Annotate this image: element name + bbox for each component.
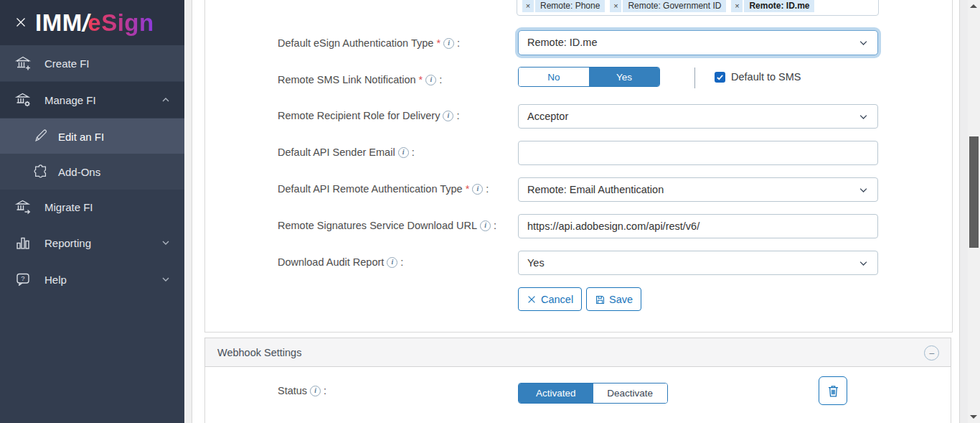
sidebar-item-label: Create FI: [44, 57, 90, 70]
field-label-default-api-sender-email: Default API Sender Emaili:: [278, 145, 415, 159]
bank-gear-icon: [14, 91, 32, 108]
sidebar-item-label: Migrate FI: [44, 201, 93, 213]
default-api-sender-email-field[interactable]: [519, 141, 877, 164]
remote-signatures-download-url-field[interactable]: [519, 215, 877, 238]
chip-remove-icon[interactable]: ×: [610, 0, 621, 12]
delete-webhook-button[interactable]: [819, 376, 847, 405]
default-to-sms-label: Default to SMS: [731, 71, 801, 83]
download-audit-report-select[interactable]: Yes: [518, 251, 878, 275]
info-icon[interactable]: i: [443, 111, 453, 121]
trash-icon: [826, 384, 841, 399]
sidebar-item-migrate-fi[interactable]: Migrate FI: [0, 189, 184, 225]
field-label-default-esign-auth-type: Default eSign Authentication Type*i:: [278, 36, 460, 50]
chip-label: Remote: ID.me: [744, 0, 814, 12]
select-value: Remote: Email Authentication: [527, 178, 664, 201]
remote-sms-no-button[interactable]: No: [519, 68, 589, 86]
save-button[interactable]: Save: [586, 287, 641, 311]
label-text: Status: [278, 385, 307, 396]
remote-sms-yes-button[interactable]: Yes: [589, 68, 659, 86]
label-colon: :: [486, 183, 489, 195]
required-asterisk: *: [419, 74, 423, 85]
chip-remove-icon[interactable]: ×: [731, 0, 743, 12]
chevron-down-icon: [858, 111, 869, 122]
bar-chart-icon: [14, 234, 32, 251]
sidebar-close-icon[interactable]: [12, 14, 29, 31]
help-bubble-icon: ?: [14, 271, 32, 288]
remote-recipient-role-select[interactable]: Acceptor: [518, 104, 878, 129]
chevron-up-icon: [160, 94, 171, 106]
label-colon: :: [412, 147, 415, 158]
app-window: IMM/eSign Create FI Manage FI Edit an FI: [0, 0, 980, 423]
select-value: Yes: [527, 251, 545, 274]
sidebar-item-edit-an-fi[interactable]: Edit an FI: [0, 118, 184, 154]
info-icon[interactable]: i: [472, 184, 483, 195]
label-colon: :: [400, 256, 403, 268]
bank-arrow-icon: [14, 198, 32, 215]
label-colon: :: [324, 385, 326, 396]
required-asterisk: *: [436, 37, 440, 49]
field-label-download-audit-report: Download Audit Reporti:: [278, 255, 403, 269]
chevron-down-icon: [858, 185, 869, 195]
sidebar-header: IMM/eSign: [0, 0, 184, 45]
scrollbar-thumb[interactable]: [969, 136, 979, 248]
info-icon[interactable]: i: [398, 147, 409, 158]
sidebar-item-create-fi[interactable]: Create FI: [0, 45, 184, 81]
sidebar-item-manage-fi[interactable]: Manage FI: [0, 82, 184, 118]
label-text: Default API Sender Email: [278, 147, 395, 158]
label-text: Remote Recipient Role for Delivery: [278, 110, 440, 121]
label-colon: :: [457, 37, 460, 49]
sidebar-item-label: Reporting: [44, 237, 91, 249]
floppy-disk-icon: [595, 294, 605, 305]
scrollbar-down-arrow[interactable]: [970, 415, 977, 419]
info-icon[interactable]: i: [425, 75, 436, 85]
chip-label: Remote: Government ID: [623, 0, 726, 12]
sidebar-item-label: Edit an FI: [58, 131, 104, 143]
field-label-remote-recipient-role: Remote Recipient Role for Deliveryi:: [278, 108, 459, 123]
sidebar-item-add-ons[interactable]: Add-Ons: [0, 154, 184, 190]
webhook-settings-header[interactable]: Webhook Settings −: [204, 338, 951, 367]
field-label-remote-sms-link-notification: Remote SMS Link Notification*i:: [278, 73, 442, 87]
status-deactivate-button[interactable]: Deactivate: [593, 384, 668, 403]
chip-remove-icon[interactable]: ×: [522, 0, 534, 12]
required-asterisk: *: [466, 183, 470, 195]
collapse-minus-icon[interactable]: −: [924, 345, 939, 361]
imm-esign-logo: IMM/eSign: [35, 7, 154, 38]
info-icon[interactable]: i: [387, 257, 397, 268]
logo-imm: IMM: [35, 9, 83, 36]
page-scrollbar[interactable]: [968, 0, 980, 423]
label-colon: :: [494, 220, 496, 231]
vertical-divider: [694, 68, 695, 88]
label-text: Remote Signatures Service Download URL: [278, 220, 477, 231]
button-label: Cancel: [541, 294, 573, 305]
label-text: Default API Remote Authentication Type: [278, 183, 463, 195]
default-api-remote-auth-type-select[interactable]: Remote: Email Authentication: [518, 177, 878, 202]
label-colon: :: [439, 74, 442, 85]
cancel-button[interactable]: Cancel: [518, 287, 582, 311]
esign-auth-types-multiselect[interactable]: × Remote: Phone × Remote: Government ID …: [517, 0, 879, 16]
remote-sms-toggle: No Yes: [518, 67, 660, 87]
sidebar-item-reporting[interactable]: Reporting: [0, 225, 184, 261]
default-esign-auth-type-select[interactable]: Remote: ID.me: [518, 30, 878, 55]
chip-label: Remote: Phone: [535, 0, 605, 12]
svg-text:?: ?: [21, 274, 24, 282]
info-icon[interactable]: i: [480, 220, 491, 231]
info-icon[interactable]: i: [443, 38, 454, 49]
x-icon: [527, 294, 537, 305]
scrollbar-up-arrow[interactable]: [970, 4, 977, 8]
field-label-default-api-remote-auth-type: Default API Remote Authentication Type*i…: [278, 182, 489, 196]
content-left-gutter: [184, 0, 192, 423]
default-to-sms-checkbox[interactable]: [715, 72, 725, 83]
sidebar-item-help[interactable]: ? Help: [0, 261, 184, 297]
pencil-icon: [33, 128, 50, 145]
sidebar: IMM/eSign Create FI Manage FI Edit an FI: [0, 0, 184, 423]
info-icon[interactable]: i: [310, 386, 321, 396]
chevron-down-icon: [858, 258, 869, 269]
status-activated-button[interactable]: Activated: [519, 384, 593, 403]
label-colon: :: [456, 110, 459, 121]
chevron-down-icon: [160, 237, 171, 248]
chip-remote-government-id: × Remote: Government ID: [610, 0, 726, 12]
select-value: Remote: ID.me: [527, 31, 598, 54]
sidebar-item-label: Manage FI: [44, 94, 96, 106]
chip-remote-idme: × Remote: ID.me: [731, 0, 814, 12]
default-api-sender-email-field-wrap: [518, 141, 878, 165]
